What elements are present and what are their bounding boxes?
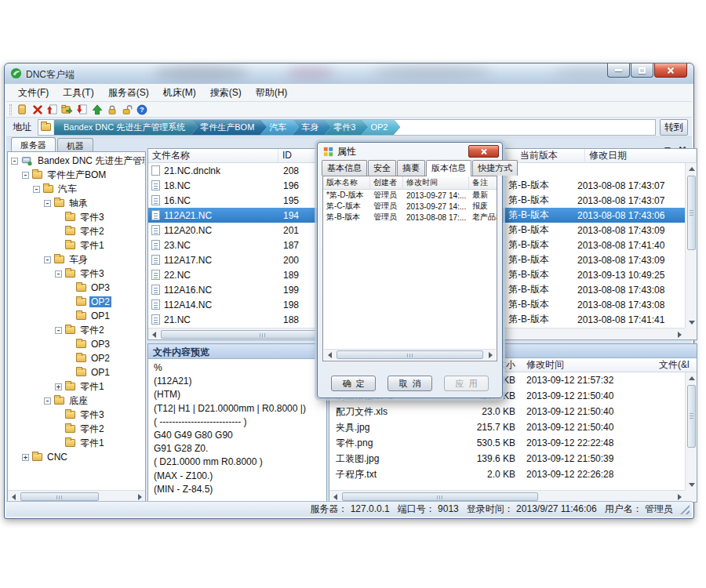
attachment-row[interactable]: 工装图.jpg139.6 KB2013-09-12 21:50:39 bbox=[329, 451, 685, 466]
tree-item[interactable]: 零件1 bbox=[8, 436, 145, 450]
tree-horizontal-scrollbar[interactable] bbox=[8, 490, 145, 502]
scroll-up-icon[interactable] bbox=[686, 372, 697, 384]
scroll-thumb[interactable] bbox=[342, 492, 538, 501]
tree-item[interactable]: +CNC bbox=[8, 450, 145, 464]
tree-item[interactable]: 零件1 bbox=[8, 238, 145, 252]
maximize-button[interactable] bbox=[631, 64, 653, 78]
tab-server[interactable]: 服务器 bbox=[11, 137, 56, 153]
menu-machine[interactable]: 机床(M) bbox=[156, 84, 203, 102]
tree-item[interactable]: OP2 bbox=[8, 351, 145, 365]
column-current-version[interactable]: 当前版本 bbox=[516, 149, 585, 163]
checkout-file-button[interactable] bbox=[75, 103, 89, 117]
column-modified-date[interactable]: 修改日期 bbox=[585, 149, 697, 163]
close-button[interactable] bbox=[654, 64, 687, 78]
expander-minus-icon[interactable]: - bbox=[55, 270, 62, 278]
delete-button[interactable] bbox=[30, 103, 45, 117]
menu-tools[interactable]: 工具(T) bbox=[56, 84, 100, 102]
unlock-button[interactable] bbox=[119, 103, 134, 117]
column-modified-time[interactable]: 修改时间 bbox=[515, 358, 653, 372]
tree-item[interactable]: 零件2 bbox=[8, 422, 145, 436]
version-row[interactable]: 第-C-版本管理员2013-09-27 14:...报废 bbox=[323, 201, 497, 212]
column-file[interactable]: 文件(&l bbox=[653, 358, 697, 372]
expander-minus-icon[interactable]: - bbox=[55, 327, 62, 334]
toolbar-grip[interactable] bbox=[9, 104, 12, 115]
menu-file[interactable]: 文件(F) bbox=[11, 84, 56, 102]
scroll-thumb[interactable] bbox=[20, 492, 99, 501]
scroll-down-icon[interactable] bbox=[686, 478, 697, 490]
scroll-thumb[interactable] bbox=[337, 350, 483, 359]
tree-item[interactable]: OP1 bbox=[8, 365, 145, 379]
tree-item[interactable]: 零件3 bbox=[8, 210, 145, 224]
version-row[interactable]: 第-B-版本管理员2013-08-08 17:...老产品程序 bbox=[323, 212, 497, 223]
expander-minus-icon[interactable]: - bbox=[44, 256, 51, 263]
lock-button[interactable] bbox=[104, 103, 119, 117]
help-button[interactable]: ? bbox=[134, 103, 149, 117]
attachments-vertical-scrollbar[interactable] bbox=[685, 372, 697, 490]
attachment-row[interactable]: 夹具.jpg215.7 KB2013-09-12 21:50:40 bbox=[329, 419, 685, 435]
expander-minus-icon[interactable]: - bbox=[44, 397, 51, 405]
menu-search[interactable]: 搜索(S) bbox=[203, 84, 249, 102]
go-button[interactable]: 转到 bbox=[660, 119, 688, 136]
tree-item[interactable]: -零件生产BOM bbox=[8, 168, 145, 182]
dialog-title-bar[interactable]: 属性 bbox=[318, 143, 502, 160]
column-id[interactable]: ID bbox=[278, 149, 321, 163]
file-list-vertical-scrollbar[interactable] bbox=[685, 163, 697, 328]
send-folder-button[interactable] bbox=[60, 103, 75, 117]
address-field[interactable]: Bandex DNC 先进生产管理系统 零件生产BOM 汽车 车身 零件3 OP… bbox=[38, 119, 656, 136]
tree-item[interactable]: -零件2 bbox=[8, 323, 145, 337]
column-modified-time[interactable]: 修改时间 bbox=[403, 176, 469, 190]
attachments-horizontal-scrollbar[interactable] bbox=[329, 490, 685, 502]
menu-help[interactable]: 帮助(H) bbox=[249, 84, 295, 102]
tree-item[interactable]: +零件1 bbox=[8, 379, 145, 394]
tree-item[interactable]: -车身 bbox=[8, 252, 145, 267]
attachment-row[interactable]: 零件.png530.5 KB2013-09-12 22:22:48 bbox=[329, 435, 685, 451]
expander-plus-icon[interactable]: + bbox=[22, 454, 29, 461]
resize-grip[interactable] bbox=[680, 505, 690, 514]
dialog-tab-basic-info[interactable]: 基本信息 bbox=[322, 160, 367, 176]
dialog-close-button[interactable] bbox=[468, 145, 499, 158]
scroll-thumb[interactable] bbox=[687, 385, 696, 448]
scroll-down-icon[interactable] bbox=[686, 316, 697, 328]
dialog-tab-security[interactable]: 安全 bbox=[368, 160, 396, 176]
scroll-right-icon[interactable] bbox=[484, 349, 496, 361]
new-folder-button[interactable] bbox=[15, 103, 30, 117]
column-version-name[interactable]: 版本名称 bbox=[323, 176, 370, 190]
tree-item[interactable]: OP1 bbox=[8, 309, 145, 323]
attachment-row[interactable]: 配刀文件.xls23.0 KB2013-09-12 21:50:40 bbox=[329, 404, 685, 419]
expander-minus-icon[interactable]: - bbox=[44, 200, 51, 207]
title-bar[interactable]: DNC客户端 bbox=[5, 64, 693, 84]
tree-item-selected[interactable]: OP2 bbox=[8, 295, 145, 309]
tree-item[interactable]: 零件3 bbox=[8, 408, 145, 422]
expander-plus-icon[interactable]: + bbox=[55, 383, 62, 390]
version-row[interactable]: *第-D-版本管理员2013-09-27 14:...最新 bbox=[323, 190, 497, 201]
expander-minus-icon[interactable]: - bbox=[11, 158, 18, 165]
tree-item[interactable]: OP3 bbox=[8, 337, 145, 351]
checkin-file-button[interactable] bbox=[45, 103, 60, 117]
cancel-button[interactable]: 取消 bbox=[388, 376, 432, 391]
tree-item-root[interactable]: -Bandex DNC 先进生产管理系统 bbox=[8, 154, 145, 168]
tree-item[interactable]: OP3 bbox=[8, 281, 145, 295]
scroll-right-icon[interactable] bbox=[673, 328, 685, 340]
dialog-tab-shortcut[interactable]: 快捷方式 bbox=[472, 160, 518, 176]
dialog-tab-version-info[interactable]: 版本信息 bbox=[426, 160, 471, 176]
ok-button[interactable]: 确定 bbox=[331, 376, 376, 391]
attachment-row[interactable]: 子程序.txt2.0 KB2013-09-12 22:26:28 bbox=[329, 466, 685, 482]
expander-minus-icon[interactable]: - bbox=[22, 172, 29, 179]
expander-minus-icon[interactable]: - bbox=[33, 186, 40, 193]
column-creator[interactable]: 创建者 bbox=[370, 176, 403, 190]
tree-item[interactable]: -轴承 bbox=[8, 196, 145, 210]
dialog-horizontal-scrollbar[interactable] bbox=[324, 349, 496, 360]
breadcrumb-bom[interactable]: 零件生产BOM bbox=[191, 119, 267, 136]
tree-item[interactable]: -汽车 bbox=[8, 182, 145, 196]
breadcrumb-root[interactable]: Bandex DNC 先进生产管理系统 bbox=[54, 119, 198, 136]
column-note[interactable]: 备注 bbox=[469, 176, 497, 190]
scroll-left-icon[interactable] bbox=[324, 349, 336, 361]
tree-item[interactable]: -底座 bbox=[8, 394, 145, 408]
minimize-button[interactable] bbox=[607, 64, 630, 78]
tree-item[interactable]: -零件3 bbox=[8, 267, 145, 281]
scroll-up-icon[interactable] bbox=[686, 163, 697, 175]
scroll-left-icon[interactable] bbox=[148, 328, 160, 340]
scroll-thumb[interactable] bbox=[687, 176, 696, 250]
column-file-name[interactable]: 文件名称 bbox=[148, 149, 278, 163]
menu-server[interactable]: 服务器(S) bbox=[101, 84, 156, 102]
